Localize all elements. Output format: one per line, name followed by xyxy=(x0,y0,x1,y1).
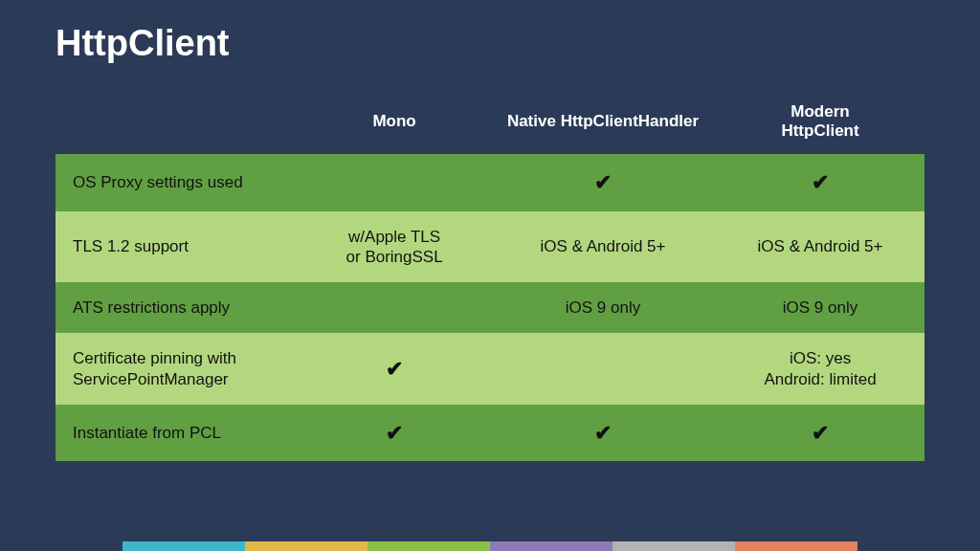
stripe-segment xyxy=(490,541,612,551)
check-icon: ✔ xyxy=(386,421,403,445)
cell: iOS & Android 5+ xyxy=(716,211,924,283)
stripe-segment xyxy=(612,541,735,551)
cell xyxy=(490,333,716,405)
cell: w/Apple TLSor BoringSSL xyxy=(299,211,490,283)
table-row: TLS 1.2 support w/Apple TLSor BoringSSL … xyxy=(56,211,924,283)
check-icon: ✔ xyxy=(594,421,612,445)
stripe-segment xyxy=(245,541,368,551)
cell: ✔ xyxy=(490,405,716,462)
cell xyxy=(299,282,490,333)
check-icon: ✔ xyxy=(386,357,403,381)
stripe-segment xyxy=(0,541,122,551)
comparison-table-wrap: Mono Native HttpClientHandler ModernHttp… xyxy=(56,93,924,461)
check-icon: ✔ xyxy=(812,421,829,445)
cell xyxy=(299,154,490,211)
footer-color-stripe xyxy=(0,541,980,551)
table-row: Certificate pinning withServicePointMana… xyxy=(56,333,924,405)
table-header-row: Mono Native HttpClientHandler ModernHttp… xyxy=(56,93,924,154)
table-header-mono: Mono xyxy=(299,93,490,154)
cell: iOS & Android 5+ xyxy=(490,211,716,283)
comparison-table: Mono Native HttpClientHandler ModernHttp… xyxy=(56,93,924,461)
stripe-segment xyxy=(122,541,245,551)
stripe-segment xyxy=(858,541,980,551)
row-label: ATS restrictions apply xyxy=(56,282,299,333)
row-label: Certificate pinning withServicePointMana… xyxy=(56,333,299,405)
table-row: ATS restrictions apply iOS 9 only iOS 9 … xyxy=(56,282,924,333)
cell: ✔ xyxy=(299,405,490,462)
check-icon: ✔ xyxy=(594,170,612,194)
table-row: OS Proxy settings used ✔ ✔ xyxy=(56,154,924,211)
table-header-native: Native HttpClientHandler xyxy=(490,93,716,154)
cell: iOS: yesAndroid: limited xyxy=(716,333,924,405)
stripe-segment xyxy=(368,541,490,551)
cell: iOS 9 only xyxy=(716,282,924,333)
stripe-segment xyxy=(735,541,858,551)
page-title: HttpClient xyxy=(0,0,980,64)
row-label: OS Proxy settings used xyxy=(56,154,299,211)
check-icon: ✔ xyxy=(812,170,829,194)
cell: iOS 9 only xyxy=(490,282,716,333)
table-header-modern: ModernHttpClient xyxy=(716,93,924,154)
table-header-empty xyxy=(56,93,299,154)
cell: ✔ xyxy=(716,154,924,211)
cell: ✔ xyxy=(490,154,716,211)
row-label: Instantiate from PCL xyxy=(56,405,299,462)
cell: ✔ xyxy=(716,405,924,462)
table-row: Instantiate from PCL ✔ ✔ ✔ xyxy=(56,405,924,462)
cell: ✔ xyxy=(299,333,490,405)
row-label: TLS 1.2 support xyxy=(56,211,299,283)
